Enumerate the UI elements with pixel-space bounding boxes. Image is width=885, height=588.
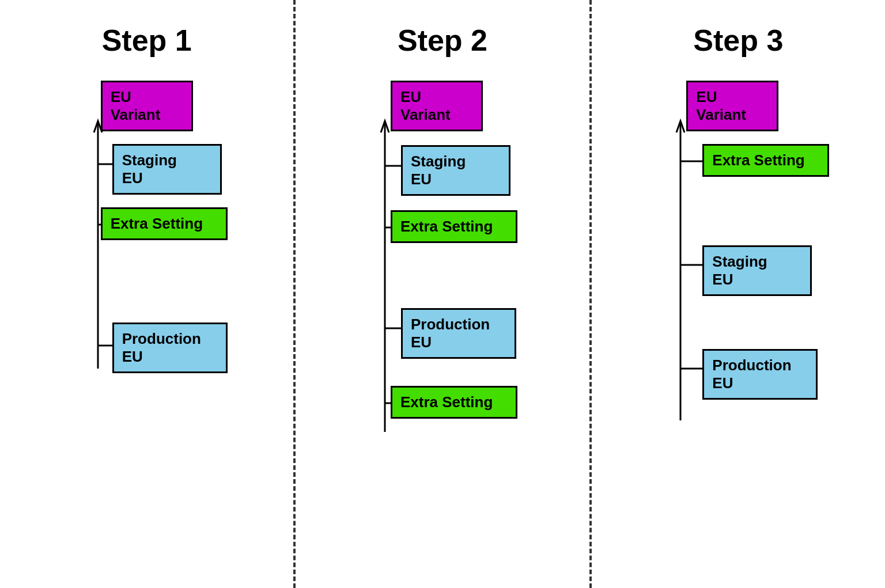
step3-section: Step 3 EUVariant Extra Setting bbox=[592, 0, 885, 588]
step1-section: Step 1 EUVariant StagingEU bbox=[0, 0, 293, 588]
step1-production-box: ProductionEU bbox=[112, 323, 228, 373]
steps-container: Step 1 EUVariant StagingEU bbox=[0, 0, 885, 588]
step2-diagram: EUVariant StagingEU Extra Setting Produc… bbox=[333, 81, 552, 565]
step2-staging-box: StagingEU bbox=[401, 145, 510, 196]
step3-extra-setting-box: Extra Setting bbox=[702, 144, 829, 177]
step2-extra2-box: Extra Setting bbox=[391, 386, 517, 419]
step1-staging-box: StagingEU bbox=[112, 144, 222, 195]
step2-eu-variant-box: EUVariant bbox=[391, 81, 483, 131]
step2-section: Step 2 EUVariant StagingEU bbox=[296, 0, 589, 588]
step3-staging-box: StagingEU bbox=[702, 245, 812, 296]
step3-eu-variant-box: EUVariant bbox=[686, 81, 778, 131]
step3-production-box: ProductionEU bbox=[702, 349, 818, 400]
step1-extra-setting-box: Extra Setting bbox=[101, 207, 228, 240]
step1-title: Step 1 bbox=[102, 23, 192, 58]
step2-extra1-box: Extra Setting bbox=[391, 210, 517, 243]
step2-production-box: ProductionEU bbox=[401, 308, 516, 359]
step3-diagram: EUVariant Extra Setting StagingEU Produc… bbox=[629, 81, 848, 565]
step1-eu-variant-box: EUVariant bbox=[101, 81, 193, 131]
step1-diagram: EUVariant StagingEU Extra Setting Produc… bbox=[43, 81, 251, 565]
step3-title: Step 3 bbox=[693, 23, 783, 58]
step2-title: Step 2 bbox=[398, 23, 487, 58]
